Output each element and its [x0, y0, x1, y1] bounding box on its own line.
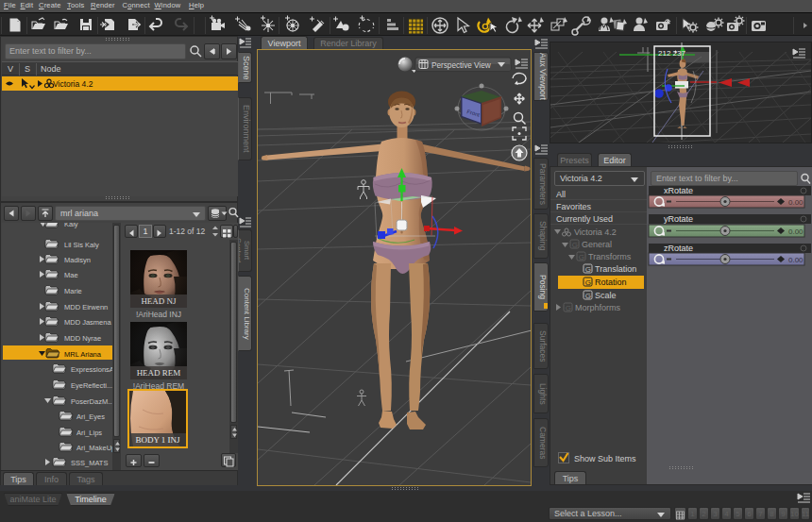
- svg-text:General: General: [582, 240, 612, 249]
- svg-text:HEAD REM: HEAD REM: [137, 368, 181, 378]
- svg-text:Perspective View: Perspective View: [431, 61, 491, 70]
- svg-text:All: All: [556, 190, 566, 199]
- svg-text:yRotate: yRotate: [664, 214, 693, 224]
- svg-text:MRL Ariana: MRL Ariana: [64, 350, 102, 359]
- svg-text:Mae: Mae: [64, 271, 78, 279]
- svg-text:0.00: 0.00: [788, 198, 804, 207]
- svg-text:Currently Used: Currently Used: [556, 214, 613, 224]
- svg-text:Ari_MakeUp: Ari_MakeUp: [76, 444, 112, 452]
- svg-text:Victoria 4.2: Victoria 4.2: [53, 79, 93, 89]
- svg-text:Madisyn: Madisyn: [64, 256, 91, 264]
- svg-text:BODY 1 INJ: BODY 1 INJ: [135, 435, 180, 445]
- svg-text:Ari_Eyes: Ari_Eyes: [76, 413, 105, 421]
- svg-text:SSS_MATS: SSS_MATS: [71, 459, 108, 467]
- svg-text:MDD Jasmena: MDD Jasmena: [64, 318, 111, 327]
- svg-text:HEAD NJ: HEAD NJ: [141, 296, 177, 306]
- svg-text:MDD Nyrae: MDD Nyrae: [64, 334, 101, 343]
- svg-text:Ari_Lips: Ari_Lips: [76, 429, 102, 437]
- svg-text:Translation: Translation: [595, 264, 636, 274]
- svg-text:Morphforms: Morphforms: [575, 303, 621, 312]
- svg-text:0.00: 0.00: [788, 227, 804, 236]
- svg-text:MDD Eirwenn: MDD Eirwenn: [64, 303, 108, 312]
- svg-text:xRotate: xRotate: [664, 186, 693, 195]
- svg-text:PoserDazM...: PoserDazM...: [71, 397, 112, 406]
- svg-text:Lil Sis Kaly: Lil Sis Kaly: [64, 241, 99, 249]
- svg-text:ExpressionsA: ExpressionsA: [71, 365, 112, 374]
- svg-text:zRotate: zRotate: [664, 244, 693, 253]
- svg-text:Victoria 4.2: Victoria 4.2: [574, 227, 617, 237]
- svg-text:Transforms: Transforms: [588, 252, 632, 261]
- svg-text:Rotation: Rotation: [595, 278, 627, 287]
- svg-text:EyeReflecti...: EyeReflecti...: [71, 381, 112, 390]
- svg-text:Marie: Marie: [64, 287, 82, 295]
- svg-text:Kaly: Kaly: [64, 223, 78, 228]
- svg-text:0.00: 0.00: [788, 256, 804, 264]
- svg-text:212 237: 212 237: [658, 49, 685, 58]
- svg-text:Favorites: Favorites: [556, 202, 592, 211]
- svg-text:Scale: Scale: [595, 291, 617, 300]
